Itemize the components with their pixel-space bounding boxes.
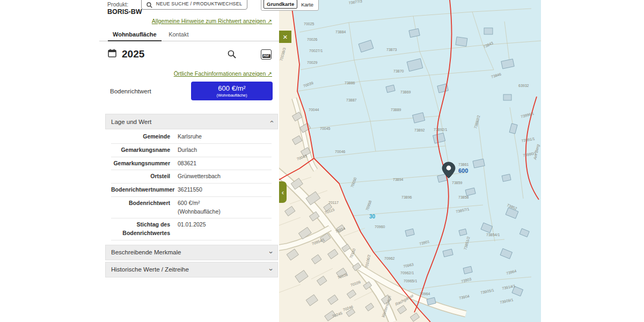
general-hints-link-wrap: Allgemeine Hinweise zum Richtwert anzeig…	[152, 18, 272, 24]
parcel-label: 73889	[391, 108, 401, 112]
bodenrichtwert-usage: (Wohnbaufläche)	[194, 93, 269, 98]
parcel-label: 73887	[346, 98, 357, 102]
boris-bw-app: Produkt: BORIS-BW NEUE SUCHE / PRODUKTWE…	[0, 0, 644, 322]
detail-row: Bodenrichtwert600 €/m²(Wohnbaufläche)	[111, 197, 272, 219]
panel-tabs: Wohnbaufläche Kontakt	[99, 28, 279, 41]
bodenrichtwert-label: Bodenrichtwert	[110, 88, 151, 94]
detail-value: Karlsruhe	[178, 133, 272, 141]
detail-row: GemeindeKarlsruhe	[111, 130, 272, 144]
detail-row: Gemarkungsnummer083621	[111, 157, 272, 171]
parcel-label: 70027/1	[309, 49, 323, 53]
parcel-label: 70029	[307, 61, 318, 64]
panel-search-icon[interactable]	[228, 50, 236, 58]
parcel-label: 70962	[384, 257, 395, 260]
basemap-grundkarte-button[interactable]: Grundkarte	[264, 0, 297, 9]
product-block: Produkt: BORIS-BW	[107, 1, 142, 16]
detail-row: OrtsteilGrünwettersbach	[111, 170, 272, 184]
close-overlay-button[interactable]: ×	[279, 31, 291, 43]
parcel-label: 70960	[375, 225, 385, 229]
section-title: Lage und Wert	[111, 119, 151, 125]
info-panel: Produkt: BORIS-BW NEUE SUCHE / PRODUKTWE…	[99, 0, 279, 322]
new-search-button[interactable]: NEUE SUCHE / PRODUKTWECHSEL	[141, 0, 247, 10]
section-lage-und-wert[interactable]: Lage und Wert ›	[105, 114, 278, 129]
map-canvas: 700257388473877/37002670027/170029738737…	[279, 0, 541, 322]
bodenrichtwert-value-button[interactable]: 600 €/m² (Wohnbaufläche)	[191, 82, 273, 100]
tab-kontakt[interactable]: Kontakt	[164, 28, 193, 40]
detail-value: 600 €/m²(Wohnbaufläche)	[178, 199, 272, 216]
section-historische-werte[interactable]: Historische Werte / Zeitreihe ›	[105, 262, 278, 277]
parcel-label: 73892/1	[434, 128, 447, 131]
detail-value: Grünwettersbach	[178, 172, 272, 181]
bodenrichtwert-value: 600 €/m²	[194, 84, 269, 92]
detail-label: Ortsteil	[111, 172, 178, 181]
detail-value: 01.01.2025	[178, 221, 272, 229]
detail-row: GemarkungsnameDurlach	[111, 144, 272, 157]
detail-label: Stichtag des Bodenrichtwertes	[111, 221, 178, 238]
basemap-karte-button[interactable]: Karte	[298, 1, 316, 9]
detail-label: Gemarkungsname	[111, 146, 178, 155]
collapse-panel-button[interactable]: ‹	[279, 181, 287, 203]
detail-label: Bodenrichtwert	[111, 199, 178, 208]
parcel-label: 73869	[400, 90, 411, 94]
detail-row: Bodenrichtwertnummer36211550	[111, 184, 272, 197]
parcel-label: 70046	[335, 150, 346, 153]
pdf-icon-label: PDF	[262, 54, 270, 58]
chevron-down-icon: ›	[267, 251, 275, 253]
parcel-label: 73854/1	[486, 233, 500, 237]
detail-row: Stichtag des Bodenrichtwertes01.01.2025	[111, 218, 272, 240]
parcel-label: 70962/1	[400, 271, 414, 275]
parcel-label: 73873	[386, 48, 397, 52]
chevron-down-icon: ›	[267, 268, 275, 270]
parcel-label: 73861	[458, 163, 469, 166]
parcel-label: 70045	[320, 127, 331, 130]
section-title: Beschreibende Merkmale	[111, 249, 181, 255]
parcel-label: 73894	[393, 178, 404, 181]
search-icon	[147, 1, 152, 6]
parcel-label: 73896	[401, 195, 412, 199]
parcel-label: 70964	[420, 292, 430, 296]
new-search-label: NEUE SUCHE / PRODUKTWECHSEL	[156, 1, 242, 6]
calendar-icon	[108, 49, 116, 60]
zone-value-label: 30	[369, 214, 376, 219]
parcel-label: 70044	[309, 108, 319, 112]
detail-label: Gemeinde	[111, 133, 178, 141]
parcel-label: 73870	[393, 69, 404, 73]
parcel-label: 73859	[452, 181, 463, 185]
bodenrichtwert-row: Bodenrichtwert 600 €/m² (Wohnbaufläche)	[110, 82, 273, 100]
marker-value-label: 600	[458, 167, 468, 174]
local-info-link[interactable]: Örtliche Fachinformationen anzeigen ↗	[174, 70, 272, 77]
basemap-toggle: Grundkarte Karte	[261, 0, 319, 11]
parcel-label: 70117	[328, 201, 339, 204]
parcel-label: 73884	[335, 30, 346, 34]
parcel-label: 73886	[345, 81, 355, 85]
parcel-label: 73892	[414, 128, 425, 132]
parcel-label: 73858	[458, 195, 469, 199]
parcel-label: 70025	[304, 22, 314, 26]
section-title: Historische Werte / Zeitreihe	[111, 266, 189, 273]
product-label: Produkt:	[107, 1, 142, 8]
parcel-label: 70965/1	[404, 279, 417, 283]
product-name: BORIS-BW	[107, 8, 142, 16]
reference-year: 2025	[122, 48, 144, 60]
tab-wohnbauflaeche[interactable]: Wohnbaufläche	[108, 28, 162, 41]
year-row: 2025 PDF	[108, 48, 272, 60]
parcel-label: 63932	[518, 84, 529, 87]
chevron-up-icon: ›	[267, 120, 275, 122]
local-info-link-wrap: Örtliche Fachinformationen anzeigen ↗	[174, 70, 272, 77]
accordion: Lage und Wert › GemeindeKarlsruheGemarku…	[105, 114, 278, 277]
detail-value: 083621	[178, 159, 272, 168]
cadastral-map[interactable]: 700257388473877/37002670027/170029738737…	[279, 0, 541, 322]
general-hints-link[interactable]: Allgemeine Hinweise zum Richtwert anzeig…	[152, 18, 272, 24]
detail-label: Gemarkungsnummer	[111, 159, 178, 168]
pdf-export-icon[interactable]: PDF	[261, 49, 272, 60]
details-table: GemeindeKarlsruheGemarkungsnameDurlachGe…	[111, 130, 272, 240]
parcel-label: 70026	[307, 38, 318, 41]
section-beschreibende-merkmale[interactable]: Beschreibende Merkmale ›	[105, 245, 278, 260]
detail-value: Durlach	[178, 146, 272, 155]
detail-value: 36211550	[178, 186, 272, 194]
detail-label: Bodenrichtwertnummer	[111, 186, 178, 194]
